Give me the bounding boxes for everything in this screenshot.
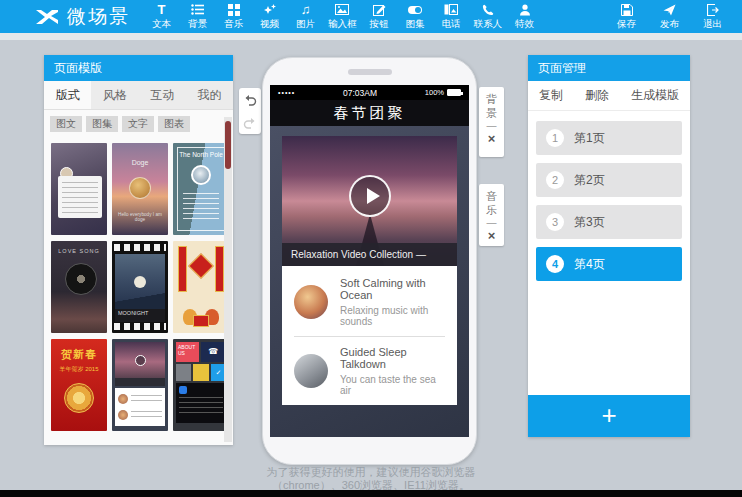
- exit-button[interactable]: 退出: [697, 0, 728, 33]
- signal-dots: •••••: [278, 85, 295, 100]
- text-icon: T: [158, 3, 166, 17]
- exit-icon: [707, 3, 719, 17]
- scrollbar-thumb[interactable]: [225, 121, 231, 169]
- app-logo: 微场景: [34, 4, 130, 30]
- minimize-icon[interactable]: —: [487, 121, 497, 131]
- toolbar-item-video[interactable]: 视频: [254, 0, 285, 33]
- tab-mine[interactable]: 我的: [186, 81, 233, 109]
- status-time: 07:03AM: [295, 88, 425, 98]
- phone-preview: ••••• 07:03AM 100% 春节团聚 Relaxation Video…: [262, 57, 477, 465]
- toolbar-item-effects[interactable]: 特效: [509, 0, 540, 33]
- page-row-2[interactable]: 2 第2页: [536, 163, 682, 197]
- app-name: 微场景: [67, 4, 130, 30]
- toolbar-item-text[interactable]: T 文本: [146, 0, 177, 33]
- page-manager-title: 页面管理: [528, 55, 690, 81]
- wolf-avatar: [191, 165, 211, 185]
- list-item-thumbnail: [294, 285, 328, 319]
- status-bar: ••••• 07:03AM 100%: [270, 85, 469, 100]
- minimize-icon[interactable]: —: [487, 218, 497, 228]
- moon: [134, 276, 146, 288]
- undo-button[interactable]: [243, 93, 257, 107]
- audio-list: Soft Calming with Ocean Relaxing music w…: [282, 266, 457, 405]
- edit-icon: [373, 3, 386, 17]
- redo-button[interactable]: [243, 116, 257, 130]
- browser-hint: 为了获得更好的使用，建议使用谷歌浏览器 （chrome）、360浏览器、IE11…: [225, 466, 517, 492]
- tab-style[interactable]: 风格: [91, 81, 138, 109]
- bottom-bar: [0, 490, 742, 497]
- close-icon[interactable]: ×: [488, 133, 496, 145]
- list-item[interactable]: Guided Sleep Talkdown You can taste the …: [282, 341, 457, 401]
- close-icon[interactable]: ×: [488, 230, 496, 242]
- list-item-thumbnail: [294, 354, 328, 388]
- toolbar-item-background[interactable]: 背景: [182, 0, 213, 33]
- phone-screen[interactable]: ••••• 07:03AM 100% 春节团聚 Relaxation Video…: [270, 85, 469, 437]
- toolbar-item-button[interactable]: 按钮: [364, 0, 395, 33]
- template-thumb-moonight[interactable]: MOONIGHT: [112, 241, 168, 333]
- logo-x-icon: [34, 8, 60, 26]
- template-filters: 图文 图集 文字 图表: [44, 110, 233, 136]
- template-thumb-relaxation[interactable]: [112, 339, 168, 431]
- battery-indicator: 100%: [425, 88, 461, 97]
- list-item[interactable]: Soft Calming with Ocean Relaxing music w…: [282, 272, 457, 332]
- music-layer-tab[interactable]: 音 乐 — ×: [479, 184, 504, 246]
- toolbar-item-music[interactable]: 音乐: [218, 0, 249, 33]
- filter-text[interactable]: 文字: [122, 116, 154, 132]
- battery-icon: [447, 89, 461, 96]
- history-controls: [239, 88, 261, 134]
- doge-avatar: [129, 177, 151, 199]
- picture-icon: [335, 3, 349, 17]
- sparkles-icon: [263, 3, 277, 17]
- toolbar-item-phone[interactable]: 电话: [436, 0, 467, 33]
- tab-layout[interactable]: 版式: [44, 81, 91, 109]
- top-toolbar: 微场景 T 文本 背景 音乐 视频 ♫ 图片: [0, 0, 742, 33]
- generate-template-button[interactable]: 生成模版: [631, 87, 679, 104]
- paper-plane-icon: [663, 3, 676, 17]
- template-grid: Doge Hello everybody I am doge The North…: [51, 143, 221, 431]
- video-caption: Relaxation Video Collection —: [282, 243, 457, 266]
- page-row-3[interactable]: 3 第3页: [536, 205, 682, 239]
- page-title[interactable]: 春节团聚: [270, 100, 469, 126]
- page-row-4[interactable]: 4 第4页: [536, 247, 682, 281]
- publish-button[interactable]: 发布: [654, 0, 685, 33]
- template-panel-title: 页面模版: [44, 55, 233, 81]
- template-thumb-newyear[interactable]: [173, 241, 229, 333]
- template-thumb-quote[interactable]: [51, 143, 107, 235]
- toolbar-items: T 文本 背景 音乐 视频 ♫ 图片: [146, 0, 540, 33]
- video-block[interactable]: Relaxation Video Collection —: [282, 136, 457, 266]
- grid-icon: [228, 3, 240, 17]
- filter-imagetext[interactable]: 图文: [50, 116, 82, 132]
- page-manager-panel: 页面管理 复制 删除 生成模版 1 第1页 2 第2页 3 第3页 4 第4页 …: [528, 55, 690, 437]
- template-thumb-lovesong[interactable]: LOVE SONG: [51, 241, 107, 333]
- phone-speaker: [348, 69, 392, 75]
- toolbar-item-contacts[interactable]: 联系人: [472, 0, 505, 33]
- template-scrollbar[interactable]: [224, 117, 232, 442]
- phone-tile-icon: ☎: [201, 342, 227, 362]
- template-thumb-tiles[interactable]: ABOUT US ☎ ✓: [173, 339, 229, 431]
- template-thumb-hexinchun[interactable]: 贺新春 羊年贺岁 2015: [51, 339, 107, 431]
- framed-picture-icon: [444, 3, 458, 17]
- toolbar-item-gallery[interactable]: 图集: [400, 0, 431, 33]
- template-thumb-northpole[interactable]: The North Pole: [173, 143, 229, 235]
- add-page-button[interactable]: +: [528, 395, 690, 437]
- delete-page-button[interactable]: 删除: [585, 87, 609, 104]
- vinyl-record: [65, 263, 97, 295]
- copy-page-button[interactable]: 复制: [539, 87, 563, 104]
- toolbar-actions: 保存 发布 退出: [611, 0, 728, 33]
- tab-interaction[interactable]: 互动: [139, 81, 186, 109]
- music-note-icon: ♫: [301, 3, 311, 17]
- filter-gallery[interactable]: 图集: [86, 116, 118, 132]
- play-button[interactable]: [349, 175, 391, 217]
- phone-handset-icon: [482, 3, 494, 17]
- page-row-1[interactable]: 1 第1页: [536, 121, 682, 155]
- filter-chart[interactable]: 图表: [158, 116, 190, 132]
- page-content: Relaxation Video Collection — Soft Calmi…: [270, 126, 469, 437]
- template-thumb-doge[interactable]: Doge Hello everybody I am doge: [112, 143, 168, 235]
- list-icon: [191, 3, 204, 17]
- background-layer-tab[interactable]: 背 景 — ×: [479, 87, 504, 157]
- toolbar-item-inputbox[interactable]: 输入框: [326, 0, 359, 33]
- save-button[interactable]: 保存: [611, 0, 642, 33]
- toolbar-underline: [0, 33, 742, 40]
- template-panel: 页面模版 版式 风格 互动 我的 图文 图集 文字 图表 Doge Hello …: [44, 55, 233, 445]
- toolbar-item-image[interactable]: ♫ 图片: [290, 0, 321, 33]
- person-icon: [519, 3, 531, 17]
